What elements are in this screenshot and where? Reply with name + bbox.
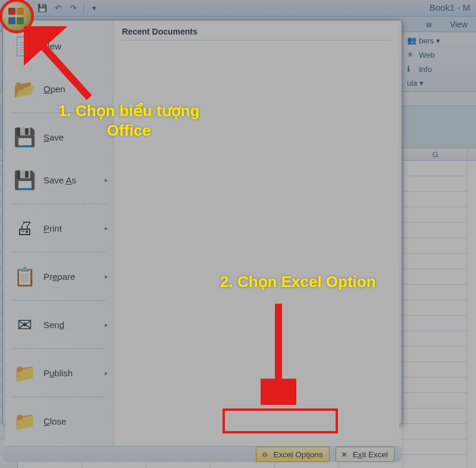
office-logo-icon — [8, 8, 25, 24]
menu-item-new[interactable]: 📄 New — [5, 24, 113, 67]
recent-documents-panel: Recent Documents — [114, 21, 399, 446]
exit-excel-label: Exit Excel — [353, 450, 388, 459]
menu-item-label: Print — [43, 223, 62, 233]
publish-icon: 📁 — [12, 361, 36, 385]
qat-customize-dropdown-icon[interactable]: ▾ — [89, 3, 99, 14]
new-icon: 📄 — [12, 34, 36, 58]
close-icon: 📁 — [12, 409, 36, 433]
ribbon-item-web[interactable]: ✳ Web — [407, 50, 472, 60]
ribbon-item-label: bers ▾ — [419, 36, 440, 45]
menu-item-label: Open — [43, 84, 65, 94]
send-icon: ✉ — [12, 313, 36, 336]
save-icon[interactable]: 💾 — [37, 3, 48, 14]
menu-item-publish[interactable]: 📁 Publish ▸ — [5, 351, 113, 394]
menu-separator — [11, 348, 107, 349]
tab-view[interactable]: View — [446, 18, 471, 31]
menu-item-send[interactable]: ✉ Send ▸ — [5, 303, 113, 346]
menu-item-label: Close — [43, 416, 66, 426]
chevron-right-icon: ▸ — [105, 224, 108, 232]
quick-access-toolbar: 💾 ↶ ↷ ▾ — [37, 3, 99, 14]
menu-item-label: Save As — [43, 175, 76, 185]
menu-separator — [11, 113, 107, 113]
tab-review[interactable]: w — [422, 18, 436, 31]
ribbon-item-label: ula ▾ — [407, 79, 424, 88]
menu-separator — [11, 397, 107, 397]
menu-item-prepare[interactable]: 📋 Prepare ▸ — [5, 255, 113, 298]
menu-item-close[interactable]: 📁 Close — [5, 400, 113, 442]
col-header[interactable]: G — [403, 148, 468, 160]
prepare-icon: 📋 — [12, 264, 36, 288]
chevron-right-icon: ▸ — [105, 176, 108, 184]
save-icon: 💾 — [12, 125, 36, 149]
qat-separator — [83, 3, 84, 14]
redo-icon[interactable]: ↷ — [68, 3, 79, 14]
menu-separator — [11, 204, 107, 204]
members-icon: 👥 — [407, 36, 416, 45]
menu-item-label: Send — [43, 320, 64, 330]
info-icon: ℹ — [407, 64, 416, 74]
web-icon: ✳ — [407, 50, 416, 60]
office-menu: 📄 New 📂 Open 💾 Save 💾 Save As ▸ 🖨 Print — [2, 19, 402, 425]
print-icon: 🖨 — [12, 216, 36, 240]
save-as-icon: 💾 — [12, 168, 36, 192]
undo-icon[interactable]: ↶ — [52, 3, 63, 14]
excel-options-button[interactable]: ⛭ Excel Options — [256, 447, 329, 462]
menu-item-save-as[interactable]: 💾 Save As ▸ — [5, 158, 113, 201]
menu-item-label: Publish — [43, 368, 73, 378]
ribbon-item-info[interactable]: ℹ Info — [407, 64, 472, 74]
excel-options-label: Excel Options — [273, 450, 322, 459]
office-button[interactable] — [2, 1, 32, 31]
office-menu-footer: ⛭ Excel Options ✕ Exit Excel — [3, 447, 402, 462]
chevron-right-icon: ▸ — [105, 369, 108, 377]
recent-documents-header: Recent Documents — [122, 27, 391, 40]
options-icon: ⛭ — [260, 450, 270, 459]
chevron-right-icon: ▸ — [105, 273, 108, 280]
menu-item-open[interactable]: 📂 Open — [5, 67, 113, 110]
menu-item-print[interactable]: 🖨 Print ▸ — [5, 207, 113, 249]
ribbon-item-label: Info — [419, 65, 432, 74]
office-menu-left: 📄 New 📂 Open 💾 Save 💾 Save As ▸ 🖨 Print — [5, 21, 114, 446]
menu-item-label: Prepare — [43, 272, 75, 282]
menu-item-label: Save — [43, 132, 64, 142]
ribbon-item-members[interactable]: 👥 bers ▾ — [407, 36, 472, 45]
menu-item-save[interactable]: 💾 Save — [5, 116, 113, 158]
title-bar: 💾 ↶ ↷ ▾ Book1 - M — [0, 0, 476, 17]
menu-separator — [11, 252, 107, 252]
menu-item-label: New — [43, 41, 61, 51]
menu-separator — [11, 300, 107, 301]
open-icon: 📂 — [12, 77, 36, 101]
window-title: Book1 - M — [430, 2, 470, 13]
exit-icon: ✕ — [340, 450, 349, 459]
ribbon-item-label: Web — [419, 51, 435, 60]
chevron-right-icon: ▸ — [105, 321, 108, 329]
ribbon-item-formula[interactable]: ula ▾ — [407, 79, 472, 88]
exit-excel-button[interactable]: ✕ Exit Excel — [336, 447, 394, 462]
